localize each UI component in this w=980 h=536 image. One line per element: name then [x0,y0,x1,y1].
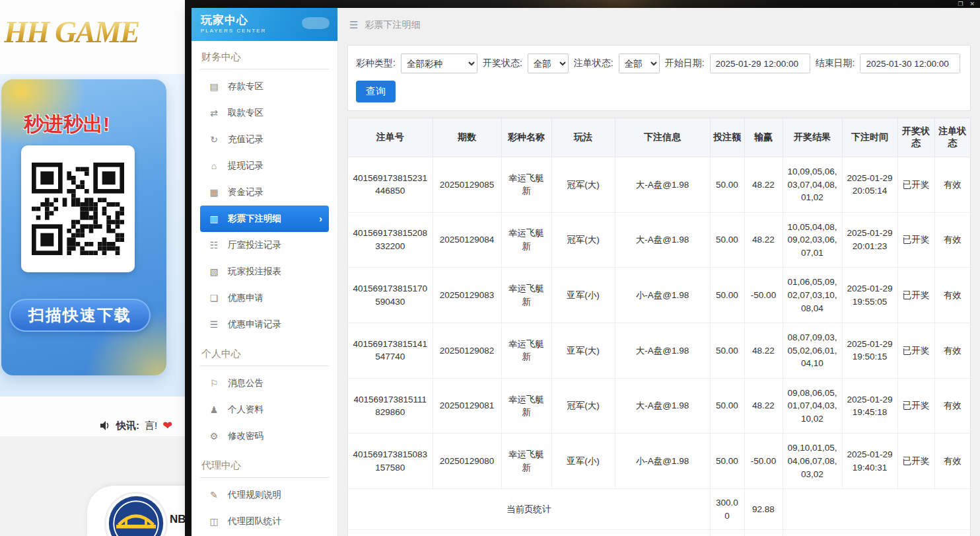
table-cell: 已开奖 [897,212,934,268]
sidebar-item-label: 厅室投注记录 [228,239,281,251]
sidebar-item-lottery-bet-detail[interactable]: ▥ 彩票下注明细 › [200,206,329,232]
table-cell: 幸运飞艇新 [501,212,551,268]
main-content: ☰ 彩票下注明细 彩种类型: 全部彩种 开奖状态: 全部 注单状态: 全部 开始… [338,8,980,536]
table-cell: 2025-01-29 19:50:15 [842,323,897,379]
table-cell: 48.22 [744,323,783,379]
table-cell: 已开奖 [897,378,934,434]
message-icon: ⚐ [209,378,219,389]
table-cell: 09,08,06,05,01,07,04,03,10,02 [783,378,842,434]
table-row: 40156917381514154774020250129082幸运飞艇新亚军(… [348,323,970,379]
summary-total-bet: 300.00 [710,530,744,536]
sidebar-item-player-bet-report[interactable]: ▧ 玩家投注报表 [200,258,329,285]
end-date-input[interactable] [860,54,960,73]
table-cell: 401569173815141547740 [348,323,433,379]
recharge-record-icon: ↻ [209,134,219,145]
table-row: 40156917381517059043020250129083幸运飞艇新亚军(… [348,268,970,323]
sidebar-item-label: 彩票下注明细 [228,213,281,225]
sidebar-item-recharge-record[interactable]: ↻ 充值记录 [200,126,329,153]
promo-apply-record-icon: ☰ [209,319,219,330]
sidebar-item-funds-record[interactable]: ▦ 资金记录 [200,179,329,206]
bet-status-label: 注单状态: [574,57,613,69]
ticker-text: 言! [145,420,157,432]
query-button[interactable]: 查询 [356,81,396,102]
sidebar-item-agent-team-stats[interactable]: ◫ 代理团队统计 [200,508,329,535]
table-cell: 20250129080 [433,434,501,489]
bets-table-card: 注单号 期数 彩种名称 玩法 下注信息 投注额 输赢 开奖结果 下注时间 开奖状… [347,118,971,536]
table-cell: 08,07,09,03,05,02,06,01,04,10 [783,323,842,379]
table-cell: 亚军(小) [551,268,615,323]
sidebar-item-change-password[interactable]: ⚙ 修改密码 [200,423,329,449]
promo-headline: 秒进秒出! [24,111,110,138]
draw-status-select[interactable]: 全部 [528,54,569,73]
table-cell: 50.00 [710,212,744,268]
sidebar-item-label: 取款专区 [228,107,263,119]
window-controls: ❐ ✕ [958,0,975,8]
table-cell: 48.22 [744,157,783,213]
sidebar: 玩家中心 PLAYERS CENTER 财务中心 ▤ 存款专区 ⇄ 取款专区 ↻… [192,8,338,536]
summary-current-bet: 300.00 [710,489,744,530]
summary-current-empty [783,489,970,530]
agent-rules-icon: ✎ [209,490,219,500]
withdraw-icon: ⇄ [209,108,219,118]
table-cell: 20250129081 [433,378,501,434]
sidebar-item-deposit[interactable]: ▤ 存款专区 [200,73,329,100]
table-cell: 01,06,05,09,02,07,03,10,08,04 [783,268,842,323]
sidebar-item-label: 代理规则说明 [228,489,281,501]
table-cell: 大-A盘@1.98 [615,212,710,268]
hamburger-icon[interactable]: ☰ [349,19,358,31]
col-period: 期数 [433,118,501,157]
table-cell: 已开奖 [897,268,934,323]
table-cell: 冠军(大) [551,378,615,434]
filter-card: 彩种类型: 全部彩种 开奖状态: 全部 注单状态: 全部 开始日期: 结束日期:… [347,45,971,111]
sidebar-item-profile[interactable]: ♟ 个人资料 [200,397,329,423]
sidebar-item-label: 充值记录 [228,134,263,145]
table-cell: 有效 [934,268,970,323]
player-bet-report-icon: ▧ [209,266,219,277]
table-cell: 有效 [934,434,970,489]
sidebar-item-agent-rules[interactable]: ✎ 代理规则说明 [200,482,329,508]
deposit-icon: ▤ [209,81,219,92]
restore-icon[interactable]: ❐ [958,1,963,7]
sidebar-item-label: 优惠申请 [228,292,263,304]
sidebar-item-withdraw[interactable]: ⇄ 取款专区 [200,100,329,126]
sidebar-item-label: 存款专区 [228,81,263,93]
col-bet-info: 下注信息 [615,118,710,157]
nba-label: NB [170,513,186,526]
start-date-input[interactable] [710,54,810,73]
table-cell: 小-A盘@1.98 [615,268,710,323]
bet-status-select[interactable]: 全部 [619,54,660,73]
table-cell: 有效 [934,157,970,213]
sidebar-item-messages[interactable]: ⚐ 消息公告 [200,370,329,397]
summary-current-label: 当前页统计 [348,489,710,530]
table-cell: 401569173815083157580 [348,434,433,489]
table-cell: 冠军(大) [551,157,615,213]
lottery-type-select[interactable]: 全部彩种 [401,54,477,73]
agent-team-icon: ◫ [209,516,219,527]
ticker-label: 快讯: [116,420,139,432]
table-cell: 幸运飞艇新 [501,378,551,434]
promo-card: 秒进秒出! 扫描快速下载 [1,79,166,375]
col-winloss: 输赢 [744,118,783,157]
sidebar-item-hall-bet-record[interactable]: ☷ 厅室投注记录 [200,232,329,258]
table-cell: 幸运飞艇新 [501,268,551,323]
sidebar-item-withdrawal-record[interactable]: ⌂ 提现记录 [200,153,329,179]
table-cell: 幸运飞艇新 [501,157,551,213]
sidebar-item-label: 修改密码 [228,430,263,442]
profile-icon: ♟ [209,404,219,415]
withdrawal-record-icon: ⌂ [209,161,219,171]
table-row: 40156917381511182986020250129081幸运飞艇新冠军(… [348,378,970,434]
sidebar-item-label: 玩家投注报表 [228,266,281,278]
site-logo: HH GAME [4,15,139,50]
table-cell: 09,10,01,05,04,06,07,08,03,02 [783,434,842,489]
table-cell: 有效 [934,212,970,268]
sidebar-item-promo-apply[interactable]: ❏ 优惠申请 [200,285,329,311]
sidebar-item-promo-apply-record[interactable]: ☰ 优惠申请记录 [200,311,329,338]
close-icon[interactable]: ✕ [969,1,975,7]
table-cell: 50.00 [710,378,744,434]
page-title: 彩票下注明细 [365,19,420,31]
start-date-label: 开始日期: [665,57,705,69]
download-button[interactable]: 扫描快速下载 [9,299,151,332]
table-cell: 大-A盘@1.98 [615,157,710,213]
col-draw-result: 开奖结果 [783,118,842,157]
summary-current-winloss: 92.88 [744,489,783,530]
